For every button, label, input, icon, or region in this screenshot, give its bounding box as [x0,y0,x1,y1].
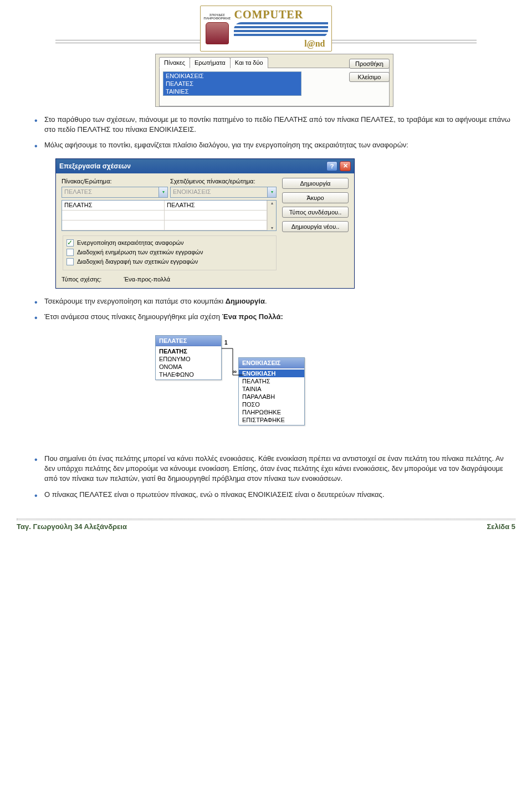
bullet-text: Μόλις αφήσουμε το ποντίκι, εμφανίζεται π… [44,140,515,150]
combo-value: ΠΕΛΑΤΕΣ [62,187,158,197]
tab-tables[interactable]: Πίνακες [159,57,190,68]
field-grid[interactable]: ΠΕΛΑΤΗΣ ΠΕΛΑΤΗΣ ▴▾ [62,200,277,231]
grid-cell[interactable]: ΠΕΛΑΤΗΣ [62,201,165,210]
table-field[interactable]: ΠΟΣΟ [239,401,304,408]
footer-address: Ταγ. Γεωργούλη 34 Αλεξάνδρεια [17,522,127,531]
create-new-button[interactable]: Δημιουργία νέου.. [282,221,349,232]
table-field[interactable]: ΕΠΩΝΥΜΟ [156,355,221,363]
logo-badge-2: ΠΛΗΡΟΦΟΡΙΚΗΣ [204,17,231,20]
globe-icon [206,22,229,44]
logo: ΣΠΟΥΔΕΣ ΠΛΗΡΟΦΟΡΙΚΗΣ COMPUTER l@nd [200,6,332,52]
scrollbar[interactable]: ▴▾ [267,201,276,230]
bullet-text: Στο παράθυρο των σχέσεων, πιάνουμε με το… [44,115,515,135]
table-label: Πίνακας/Ερώτημα: [62,178,168,184]
footer-rule [17,519,515,520]
edit-relationships-dialog: Επεξεργασία σχέσεων ? ✕ Πίνακας/Ερώτημα:… [55,158,355,289]
chevron-down-icon[interactable]: ▾ [158,187,167,197]
table-field[interactable]: ΠΑΡΑΛΑΒΗ [239,393,304,401]
dialog-titlebar[interactable]: Επεξεργασία σχέσεων ? ✕ [56,159,354,173]
table-pelates[interactable]: ΠΕΛΑΤΕΣ ΠΕΛΑΤΗΣ ΕΠΩΝΥΜΟ ΟΝΟΜΑ ΤΗΛΕΦΩΝΟ [155,335,222,380]
table-field[interactable]: ΟΝΟΜΑ [156,363,221,371]
related-table-label: Σχετιζόμενος πίνακας/ερώτημα: [170,178,277,184]
checkbox-label: Διαδοχική ενημέρωση των σχετικών εγγραφώ… [77,249,203,255]
table-field[interactable]: ΤΑΙΝΙΑ [239,385,304,393]
close-button[interactable]: Κλείσιμο [349,72,390,82]
bullet-text: Που σημαίνει ότι ένας πελάτης μπορεί να … [44,454,515,484]
list-item[interactable]: ΤΑΙΝΙΕΣ [163,88,301,95]
logo-subtitle: l@nd [234,39,328,49]
enforce-integrity-checkbox[interactable] [66,239,74,247]
page-header: ΣΠΟΥΔΕΣ ΠΛΗΡΟΦΟΡΙΚΗΣ COMPUTER l@nd [0,0,532,54]
table-field[interactable]: ΤΗΛΕΦΩΝΟ [156,371,221,378]
grid-cell[interactable]: ΠΕΛΑΤΗΣ [165,201,267,210]
dialog-title: Επεξεργασία σχέσεων [59,162,131,170]
cascade-update-checkbox[interactable] [66,249,74,256]
bullet-text: Έτσι ανάμεσα στους πίνακες δημιουργήθηκε… [44,312,515,322]
help-icon[interactable]: ? [326,161,337,171]
create-button[interactable]: Δημιουργία [282,178,349,189]
table-field[interactable]: ΠΛΗΡΩΘΗΚΕ [239,408,304,416]
join-type-button[interactable]: Τύπος συνδέσμου.. [282,207,349,218]
tab-queries[interactable]: Ερωτήματα [190,57,231,68]
logo-stripes-icon [234,22,328,38]
logo-title: COMPUTER [234,8,328,21]
cardinality-many: ∞ [233,368,237,375]
bullet-text: Τσεκάρουμε την ενεργοποίηση και πατάμε σ… [44,296,515,306]
add-button[interactable]: Προσθήκη [349,59,390,69]
page-footer: Ταγ. Γεωργούλη 34 Αλεξάνδρεια Σελίδα 5 [0,522,532,531]
table-listbox[interactable]: ΕΝΟΙΚΙΑΣΕΙΣ ΠΕΛΑΤΕΣ ΤΑΙΝΙΕΣ [163,71,301,96]
checkbox-label: Διαδοχική διαγραφή των σχετικών εγγραφών [77,258,198,265]
relationship-type-value: Ένα-προς-πολλά [124,276,170,283]
list-item[interactable]: ΕΝΟΙΚΙΑΣΕΙΣ [163,72,301,80]
cancel-button[interactable]: Άκυρο [282,192,349,203]
relationship-line-icon [222,345,255,384]
table-field[interactable]: ΕΠΙΣΤΡΑΦΗΚΕ [239,416,304,424]
page-number: Σελίδα 5 [487,522,515,531]
cascade-delete-checkbox[interactable] [66,258,74,265]
table-field[interactable]: ΠΕΛΑΤΗΣ [156,347,221,355]
relationship-type-label: Τύπος σχέσης: [62,276,101,283]
combo-value: ΕΝΟΙΚΙΑΣΕΙΣ [171,187,267,197]
close-icon[interactable]: ✕ [340,161,351,171]
cardinality-one: 1 [224,340,228,346]
checkbox-label: Ενεργοποίηση ακεραιότητας αναφορών [77,239,184,246]
tab-both[interactable]: Και τα δύο [230,57,268,68]
related-combo[interactable]: ΕΝΟΙΚΙΑΣΕΙΣ ▾ [170,187,277,198]
relationship-diagram: ΠΕΛΑΤΕΣ ΠΕΛΑΤΗΣ ΕΠΩΝΥΜΟ ΟΝΟΜΑ ΤΗΛΕΦΩΝΟ 1… [155,335,532,446]
show-table-window: Προσθήκη Κλείσιμο Πίνακες Ερωτήματα Και … [155,54,393,107]
table-header: ΠΕΛΑΤΕΣ [156,336,221,346]
chevron-down-icon[interactable]: ▾ [267,187,276,197]
bullet-text: Ο πίνακας ΠΕΛΑΤΕΣ είναι ο πρωτεύον πίνακ… [44,490,515,500]
list-item[interactable]: ΠΕΛΑΤΕΣ [163,80,301,88]
table-combo[interactable]: ΠΕΛΑΤΕΣ ▾ [62,187,168,198]
